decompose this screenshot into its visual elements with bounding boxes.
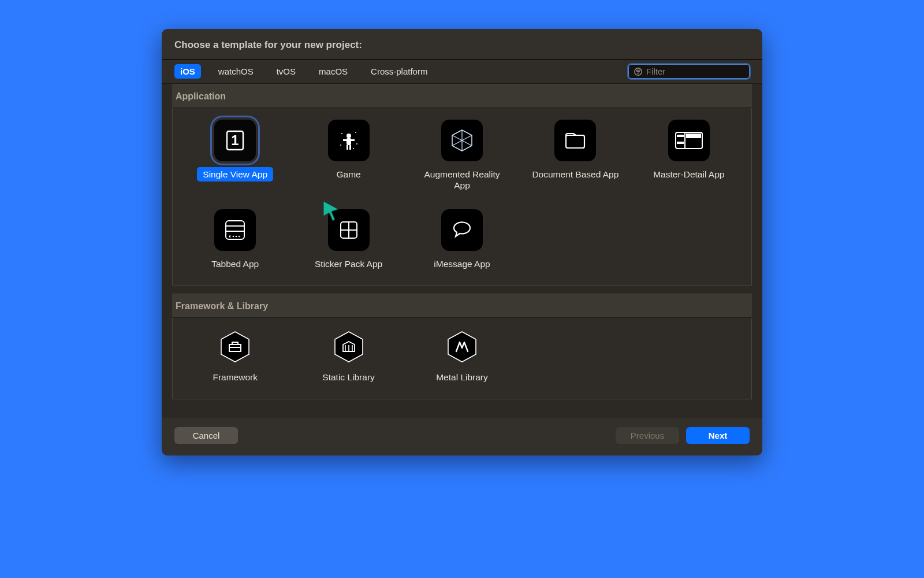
svg-point-28 [233,235,234,237]
svg-rect-22 [677,142,684,144]
template-framework[interactable]: Framework [178,329,292,384]
svg-rect-7 [346,145,348,150]
tabbed-icon [214,209,256,251]
metal-lib-icon [445,329,479,364]
svg-text:1: 1 [232,132,239,148]
master-detail-icon [668,120,710,161]
svg-rect-6 [351,139,355,141]
template-static-library[interactable]: Static Library [292,329,405,384]
template-game[interactable]: Game [292,120,405,193]
tab-cross-platform[interactable]: Cross-platform [365,64,433,79]
framework-icon [218,329,252,364]
framework-grid: Framework Static Library [172,318,752,399]
template-label: Tabbed App [206,257,264,271]
static-lib-icon [331,329,366,364]
svg-rect-18 [566,135,584,148]
tab-watchos[interactable]: watchOS [213,64,259,79]
cancel-button[interactable]: Cancel [174,427,238,444]
svg-point-12 [356,143,357,144]
template-label: Single View App [197,167,273,181]
template-label: Static Library [316,370,380,384]
template-label: Master-Detail App [647,167,730,181]
template-single-view-app[interactable]: 1 Single View App [178,120,292,193]
template-imessage-app[interactable]: iMessage App [405,209,519,271]
template-metal-library[interactable]: Metal Library [405,329,519,384]
svg-point-30 [239,235,240,237]
svg-point-11 [340,144,341,146]
svg-point-9 [341,133,342,134]
dialog-footer: Cancel Previous Next [162,418,762,455]
section-header-application: Application [172,84,752,108]
template-document-based-app[interactable]: Document Based App [519,120,632,193]
single-view-icon: 1 [214,120,256,161]
template-tabbed-app[interactable]: Tabbed App [178,209,292,271]
template-master-detail-app[interactable]: Master-Detail App [632,120,746,193]
tab-ios[interactable]: iOS [174,64,201,79]
filter-input[interactable] [646,66,744,76]
template-label: iMessage App [428,257,495,271]
application-grid: 1 Single View App [172,108,752,286]
filter-field[interactable] [628,64,750,79]
template-label: Sticker Pack App [309,257,388,271]
svg-rect-8 [349,145,351,150]
new-project-template-dialog: Choose a template for your new project: … [162,29,762,455]
svg-rect-4 [346,138,351,145]
svg-rect-24 [226,221,244,239]
tab-macos[interactable]: macOS [313,64,353,79]
svg-marker-27 [229,235,230,238]
svg-point-3 [346,134,351,138]
svg-rect-5 [343,139,346,141]
sticker-icon [328,209,370,251]
svg-rect-23 [686,134,701,138]
template-label: Metal Library [430,370,494,384]
dialog-title: Choose a template for your new project: [162,29,762,60]
svg-point-10 [355,132,356,133]
platform-tabbar: iOS watchOS tvOS macOS Cross-platform [162,60,762,84]
imessage-icon [441,209,483,251]
game-icon [328,120,370,161]
svg-rect-21 [677,135,684,137]
ar-icon [441,120,483,161]
document-icon [554,120,596,161]
template-label: Document Based App [526,167,624,181]
svg-point-13 [353,148,354,149]
section-header-framework: Framework & Library [172,294,752,318]
tab-tvos[interactable]: tvOS [271,64,301,79]
previous-button: Previous [616,427,679,444]
next-button[interactable]: Next [686,427,750,444]
template-augmented-reality-app[interactable]: Augmented Reality App [405,120,519,193]
template-label: Framework [207,370,263,384]
filter-icon [634,67,643,76]
template-label: Game [330,167,366,181]
template-label: Augmented Reality App [413,167,511,193]
svg-point-29 [236,235,237,237]
template-sticker-pack-app[interactable]: Sticker Pack App [292,209,405,271]
